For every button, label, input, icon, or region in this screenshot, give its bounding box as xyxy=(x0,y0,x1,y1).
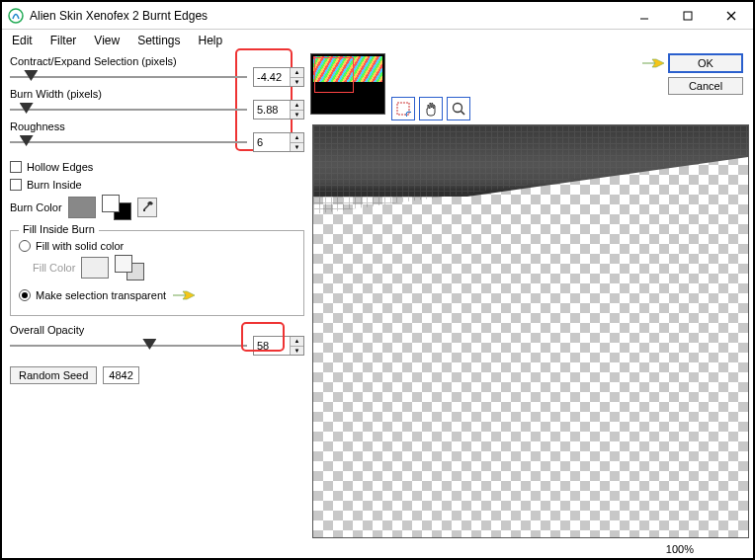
make-transparent-label: Make selection transparent xyxy=(36,289,166,301)
pointer-annotation-ok-icon xyxy=(640,54,666,72)
fill-inside-legend: Fill Inside Burn xyxy=(19,223,99,235)
titlebar: Alien Skin Xenofex 2 Burnt Edges xyxy=(2,2,753,30)
svg-point-7 xyxy=(454,104,462,113)
roughness-label: Roughness xyxy=(10,120,304,132)
svg-rect-2 xyxy=(684,12,692,20)
contract-label: Contract/Expand Selection (pixels) xyxy=(10,55,304,67)
app-logo-icon xyxy=(8,8,24,24)
maximize-button[interactable] xyxy=(666,2,710,29)
fill-solid-label: Fill with solid color xyxy=(36,240,124,252)
burnwidth-slider[interactable] xyxy=(10,104,247,116)
burn-inside-label: Burn Inside xyxy=(27,179,82,191)
seed-value[interactable]: 4842 xyxy=(103,366,138,384)
preview-canvas[interactable] xyxy=(312,124,749,538)
cancel-button[interactable]: Cancel xyxy=(668,77,743,95)
fill-color-stack xyxy=(115,255,144,280)
burnt-effect-render xyxy=(313,125,748,537)
navigator-thumbnail[interactable] xyxy=(310,53,385,115)
zoom-level: 100% xyxy=(666,543,694,555)
contract-spinbox[interactable]: ▲▼ xyxy=(253,67,304,87)
make-transparent-radio[interactable] xyxy=(19,289,31,301)
burnwidth-label: Burn Width (pixels) xyxy=(10,88,304,100)
menubar: Edit Filter View Settings Help xyxy=(2,30,753,51)
random-seed-button[interactable]: Random Seed xyxy=(10,366,97,384)
window-controls xyxy=(623,2,753,29)
burnwidth-value[interactable] xyxy=(254,101,290,119)
opacity-spin-down[interactable]: ▼ xyxy=(291,347,303,356)
contract-slider[interactable] xyxy=(10,71,247,83)
menu-filter[interactable]: Filter xyxy=(50,34,77,47)
burn-color-label: Burn Color xyxy=(10,201,62,213)
tool-hand-icon[interactable] xyxy=(419,97,443,120)
hollow-edges-label: Hollow Edges xyxy=(27,161,93,173)
menu-edit[interactable]: Edit xyxy=(12,34,33,47)
opacity-spin-up[interactable]: ▲ xyxy=(291,337,303,347)
close-button[interactable] xyxy=(710,2,753,29)
tool-marquee-icon[interactable] xyxy=(391,97,415,120)
burn-color-swatch[interactable] xyxy=(68,197,96,218)
roughness-spin-down[interactable]: ▼ xyxy=(291,143,303,152)
opacity-slider[interactable] xyxy=(10,340,247,352)
fill-inside-group: Fill Inside Burn Fill with solid color F… xyxy=(10,230,304,316)
svg-point-0 xyxy=(9,9,23,23)
contract-spin-up[interactable]: ▲ xyxy=(291,68,303,78)
preview-panel: OK Cancel xyxy=(310,51,753,540)
fill-color-label: Fill Color xyxy=(33,262,75,274)
contract-value[interactable] xyxy=(254,68,290,86)
menu-settings[interactable]: Settings xyxy=(137,34,180,47)
opacity-label: Overall Opacity xyxy=(10,324,304,336)
opacity-value[interactable] xyxy=(254,337,290,355)
roughness-value[interactable] xyxy=(254,133,290,151)
window-title: Alien Skin Xenofex 2 Burnt Edges xyxy=(30,9,623,23)
menu-view[interactable]: View xyxy=(94,34,120,47)
minimize-button[interactable] xyxy=(623,2,666,29)
statusbar: 100% xyxy=(2,540,753,558)
contract-spin-down[interactable]: ▼ xyxy=(291,78,303,87)
ok-button[interactable]: OK xyxy=(668,53,743,73)
settings-panel: Contract/Expand Selection (pixels) ▲▼ Bu… xyxy=(2,51,310,540)
burn-inside-checkbox[interactable] xyxy=(10,179,22,191)
dialog-window: Alien Skin Xenofex 2 Burnt Edges Edit Fi… xyxy=(0,0,755,560)
burnwidth-spin-up[interactable]: ▲ xyxy=(291,101,303,111)
hollow-edges-checkbox[interactable] xyxy=(10,161,22,173)
menu-help[interactable]: Help xyxy=(199,34,223,47)
pointer-annotation-icon xyxy=(171,286,197,304)
fill-color-swatch xyxy=(81,257,109,279)
burn-color-stack[interactable] xyxy=(102,195,131,220)
tool-zoom-icon[interactable] xyxy=(447,97,470,120)
roughness-spin-up[interactable]: ▲ xyxy=(291,133,303,143)
roughness-slider[interactable] xyxy=(10,136,247,148)
fill-solid-radio[interactable] xyxy=(19,240,31,252)
burnwidth-spin-down[interactable]: ▼ xyxy=(291,111,303,120)
opacity-spinbox[interactable]: ▲▼ xyxy=(253,336,304,356)
eyedropper-button[interactable] xyxy=(137,198,157,217)
roughness-spinbox[interactable]: ▲▼ xyxy=(253,132,304,152)
navigator-selection[interactable] xyxy=(314,57,354,93)
svg-line-8 xyxy=(461,112,465,116)
burnwidth-spinbox[interactable]: ▲▼ xyxy=(253,100,304,120)
